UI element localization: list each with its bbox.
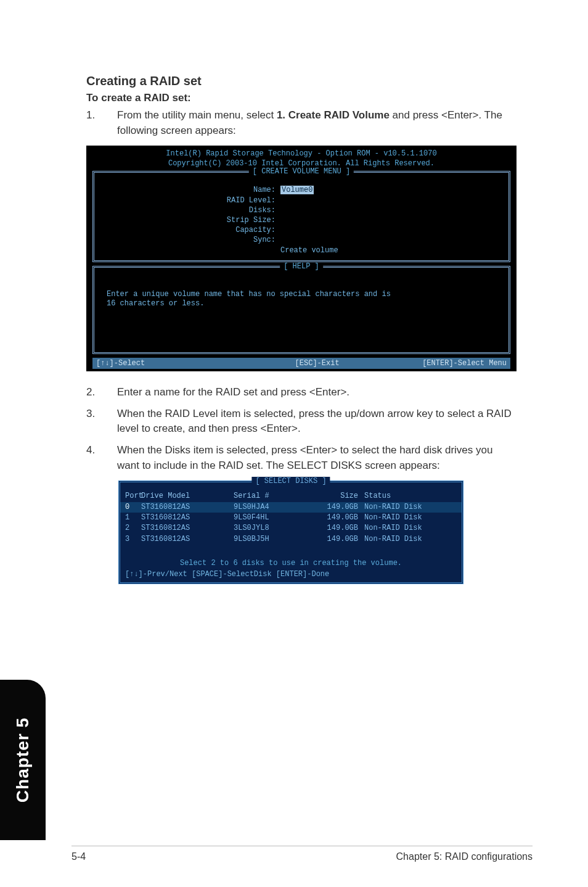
hdr-status: Status [364, 491, 457, 501]
page-number: 5-4 [71, 851, 86, 862]
cell-status: Non-RAID Disk [364, 513, 457, 523]
hdr-drive-model: Drive Model [141, 491, 234, 501]
cell-size: 149.0GB [308, 534, 364, 545]
cell-port: 2 [125, 523, 141, 534]
cell-model: ST3160812AS [141, 513, 234, 523]
field-strip-size: Strip Size: [102, 215, 280, 225]
bios1-footer: [↑↓]-Select [ESC]-Exit [ENTER]-Select Me… [92, 358, 510, 369]
step1-prefix: From the utility main menu, select [117, 109, 277, 121]
step3-number: 3. [86, 406, 99, 437]
cell-port: 3 [125, 534, 141, 545]
table-row: 1 ST3160812AS 9LS0F4HL 149.0GB Non-RAID … [120, 513, 462, 523]
cell-model: ST3160812AS [141, 534, 234, 545]
chapter-side-tab: Chapter 5 [0, 680, 46, 840]
chapter-side-tab-label: Chapter 5 [13, 717, 33, 802]
cell-status: Non-RAID Disk [364, 523, 457, 534]
field-name-value: Volume0 [280, 186, 314, 194]
step4-number: 4. [86, 443, 99, 473]
table-row: 0 ST3160812AS 9LS0HJA4 149.0GB Non-RAID … [120, 502, 462, 513]
cell-serial: 9LS0F4HL [234, 513, 308, 523]
bios1-help-line1: Enter a unique volume name that has no s… [107, 290, 496, 300]
cell-serial: 9LS0BJ5H [234, 534, 308, 545]
field-raid-level: RAID Level: [102, 196, 280, 205]
bios1-footer-select: [↑↓]-Select [96, 359, 254, 368]
cell-model: ST3160812AS [141, 502, 234, 513]
field-sync: Sync: [102, 235, 280, 245]
cell-size: 149.0GB [308, 523, 364, 534]
step2-number: 2. [86, 385, 99, 400]
cell-size: 149.0GB [308, 513, 364, 523]
step1-bold: 1. Create RAID Volume [277, 109, 390, 121]
bios1-footer-exit: [ESC]-Exit [254, 359, 380, 368]
field-capacity: Capacity: [102, 225, 280, 235]
section-heading: Creating a RAID set [86, 74, 517, 88]
bios1-menu-legend: [ CREATE VOLUME MENU ] [249, 167, 354, 176]
bios2-header-row: Port Drive Model Serial # Size Status [120, 491, 462, 501]
field-disks: Disks: [102, 205, 280, 215]
cell-status: Non-RAID Disk [364, 534, 457, 545]
step1-text: From the utility main menu, select 1. Cr… [117, 108, 517, 138]
step1-number: 1. [86, 108, 99, 138]
bios2-legend: [ SELECT DISKS ] [251, 477, 330, 485]
step2-text: Enter a name for the RAID set and press … [117, 385, 517, 400]
bios1-footer-enter: [ENTER]-Select Menu [380, 359, 507, 368]
cell-port: 0 [125, 502, 141, 513]
bios1-title1: Intel(R) Rapid Storage Technology - Opti… [86, 149, 517, 159]
cell-port: 1 [125, 513, 141, 523]
footer-chapter-title: Chapter 5: RAID configurations [396, 851, 533, 862]
bios1-help-line2: 16 characters or less. [107, 299, 496, 309]
cell-size: 149.0GB [308, 502, 364, 513]
bios-select-disks-screenshot: [ SELECT DISKS ] Port Drive Model Serial… [118, 481, 463, 584]
table-row: 2 ST3160812AS 3LS0JYL8 149.0GB Non-RAID … [120, 523, 462, 534]
page-footer: 5-4 Chapter 5: RAID configurations [71, 846, 533, 862]
step4-text: When the Disks item is selected, press <… [117, 443, 517, 473]
sub-heading: To create a RAID set: [86, 92, 517, 104]
step3-text: When the RAID Level item is selected, pr… [117, 406, 517, 437]
bios2-nav: [↑↓]-Prev/Next [SPACE]-SelectDisk [ENTER… [120, 569, 462, 579]
cell-status: Non-RAID Disk [364, 502, 457, 513]
hdr-serial: Serial # [234, 491, 308, 501]
hdr-port: Port [125, 491, 141, 501]
table-row: 3 ST3160812AS 9LS0BJ5H 149.0GB Non-RAID … [120, 534, 462, 545]
cell-serial: 3LS0JYL8 [234, 523, 308, 534]
field-create-volume [102, 245, 280, 255]
field-name-label: Name: [102, 185, 280, 195]
cell-serial: 9LS0HJA4 [234, 502, 308, 513]
bios-create-volume-screenshot: Intel(R) Rapid Storage Technology - Opti… [86, 146, 517, 371]
bios2-message: Select 2 to 6 disks to use in creating t… [120, 558, 462, 569]
bios1-help-legend: [ HELP ] [280, 262, 323, 271]
bios1-help-box: [ HELP ] Enter a unique volume name that… [92, 266, 510, 354]
bios1-menu-box: [ CREATE VOLUME MENU ] Name:Volume0 RAID… [92, 171, 510, 262]
hdr-size: Size [308, 491, 364, 501]
cell-model: ST3160812AS [141, 523, 234, 534]
